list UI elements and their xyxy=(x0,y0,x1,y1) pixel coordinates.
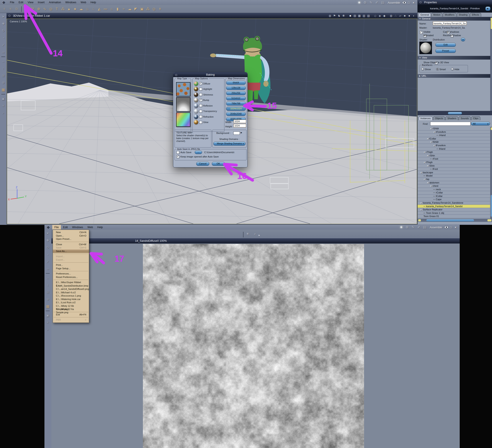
expanded-icon[interactable]: ▼ xyxy=(433,131,435,133)
select-tool-icon[interactable]: ➤ xyxy=(44,230,51,237)
translate-v-tool-icon[interactable]: ↕ xyxy=(44,281,51,289)
expanded-icon[interactable]: ▼ xyxy=(427,165,429,167)
wire-cube-icon[interactable]: ▱ xyxy=(398,13,402,19)
tab-effects[interactable]: Effects xyxy=(470,13,481,17)
expanded-icon[interactable]: ▼ xyxy=(423,162,425,164)
expanded-icon[interactable]: ▼ xyxy=(427,138,429,140)
find-input[interactable] xyxy=(430,122,471,126)
camera-tool-icon[interactable]: ▣ xyxy=(0,95,7,102)
menu-edit[interactable]: Edit xyxy=(61,225,70,229)
tree-item-lshin[interactable]: ▼lShin xyxy=(418,164,490,168)
camera-object-icon[interactable]: ▣ xyxy=(139,6,145,12)
bone-chain-icon[interactable]: ∿ xyxy=(42,6,48,12)
auto-group-icon[interactable]: AGr xyxy=(102,6,108,12)
tree-item-model[interactable]: ─Model xyxy=(418,174,490,178)
file-menu-item-e-watering-hole-car[interactable]: E:\...\Watering Hole.car xyxy=(53,298,89,301)
wrench-mode-icon[interactable]: ⚙ xyxy=(362,1,368,5)
tree-item-lshldr[interactable]: ▼lShldr xyxy=(418,140,490,144)
house-icon[interactable]: ⌂ xyxy=(108,6,114,12)
menu-view[interactable]: View xyxy=(25,0,36,5)
pan-tool-icon[interactable]: ⊕ xyxy=(0,79,7,86)
dimension-button-512x512[interactable]: 512x512 xyxy=(226,96,246,100)
eye-icon[interactable] xyxy=(402,1,406,4)
properties-titlebar[interactable]: Properties xyxy=(418,0,492,5)
window-dot-icon[interactable] xyxy=(9,15,10,17)
map-type-thumbnail-distribution[interactable] xyxy=(176,82,190,96)
shield-box-1-icon[interactable]: ◇ xyxy=(373,13,378,19)
keep-open-checkbox[interactable] xyxy=(176,155,179,158)
file-menu-item-preferences[interactable]: Preferences... xyxy=(53,272,89,276)
dimension-button-768x768[interactable]: 768x768 xyxy=(226,102,246,106)
expanded-icon[interactable]: ▼ xyxy=(420,202,422,204)
panel-splitter[interactable] xyxy=(418,111,492,115)
atom-icon[interactable]: ❋ xyxy=(341,13,346,19)
dimension-button-2048x2048[interactable]: 2048x2048 xyxy=(226,112,246,116)
tab-sounds[interactable]: Sounds xyxy=(459,116,471,120)
pan-tool-icon[interactable]: ⊕ xyxy=(44,296,51,303)
glow-checkbox[interactable] xyxy=(199,121,202,124)
render-sphere-icon[interactable]: ◍ xyxy=(328,13,332,19)
file-menu-item-new[interactable]: NewCtrl+N xyxy=(53,231,89,234)
paint-tool-icon[interactable]: ✐ xyxy=(44,258,51,265)
menu-web[interactable]: Web xyxy=(79,0,88,5)
terrain-icon[interactable]: ▲ xyxy=(66,6,72,12)
properties-scrollbar[interactable] xyxy=(490,17,492,111)
reflexion-checkbox[interactable] xyxy=(199,104,202,107)
tab-motion[interactable]: Motion xyxy=(431,13,442,17)
flag-icon[interactable]: ⚑ xyxy=(332,13,337,19)
file-menu-item-c-rococerous-1-png[interactable]: C:\...\Rococerous 1.png xyxy=(53,294,89,298)
hand-tool-icon[interactable]: ✳ xyxy=(44,319,51,326)
menu-edit[interactable]: Edit xyxy=(17,0,26,5)
tab-instances[interactable]: Instances xyxy=(419,116,433,120)
diffuse-checkbox[interactable] xyxy=(199,82,202,85)
zoom-tool-icon[interactable]: ⌕ xyxy=(0,110,7,117)
expanded-icon[interactable]: ▼ xyxy=(420,172,422,174)
tree-item-abdomen[interactable]: ▼abdomen xyxy=(418,181,490,185)
expanded-icon[interactable]: ▼ xyxy=(427,155,429,157)
cloud-icon[interactable]: ☁ xyxy=(78,6,84,12)
move-tool-icon[interactable]: ✚ xyxy=(0,20,7,27)
hand-tool-icon[interactable]: ✳ xyxy=(244,230,251,238)
shininess-checkbox[interactable] xyxy=(199,93,202,96)
tab-general[interactable]: General xyxy=(419,13,431,17)
scatter-icon[interactable]: ∴ xyxy=(90,6,96,12)
file-menu-item-save-as[interactable]: Save As... xyxy=(53,249,89,253)
dimension-button-64x64[interactable]: 64x64 xyxy=(226,81,246,85)
dimension-button-128x128[interactable]: 128x128 xyxy=(226,86,246,90)
textured-sphere-icon[interactable]: ◐ xyxy=(411,13,416,19)
tree-item-hip[interactable]: ▼hip xyxy=(418,178,490,181)
menu-animation[interactable]: Animation xyxy=(47,0,63,5)
transparency-checkbox[interactable] xyxy=(199,110,202,113)
hand-mode-icon[interactable]: ✳ xyxy=(356,1,362,5)
rotate-tool-icon[interactable]: ↻ xyxy=(0,27,7,34)
file-menu-item-close[interactable]: CloseCtrl+W xyxy=(53,243,89,246)
text-tool-icon[interactable]: T xyxy=(54,6,60,12)
dispersion-icon[interactable]: ◭ xyxy=(96,6,102,12)
translate-plane-tool-icon[interactable]: ⊞ xyxy=(44,289,51,296)
tree-item-backcape[interactable]: ▼backcape xyxy=(418,171,490,174)
workbox-tool-icon[interactable]: ▦ xyxy=(0,86,7,93)
vertex-mode-icon[interactable]: ✎ xyxy=(410,225,416,229)
vertex-mode-icon[interactable]: ✎ xyxy=(368,1,374,5)
autosave-checkbox[interactable] xyxy=(176,151,179,154)
tree-item-lforearm[interactable]: ▼lForeArm xyxy=(418,144,490,147)
tree-item-rhand[interactable]: ─rHand xyxy=(418,134,490,137)
tree-item-lfoot[interactable]: ─lFoot xyxy=(418,168,490,171)
select-tool-icon[interactable]: ➤ xyxy=(0,13,7,20)
pane-grid-icon[interactable]: ▦ xyxy=(357,13,362,19)
film-mode-icon[interactable]: ▤ xyxy=(422,225,428,229)
maximize-button[interactable]: □ xyxy=(448,226,453,229)
brush-mode-icon[interactable]: ✐ xyxy=(416,225,422,229)
camera-tool-icon[interactable]: ▣ xyxy=(44,312,51,319)
file-menu-item-page-setup[interactable]: Page Setup... xyxy=(53,267,89,270)
dimension-button-1024x1024[interactable]: 1024x1024 xyxy=(226,107,246,111)
splitter-handle[interactable] xyxy=(448,112,462,115)
fire-icon[interactable]: ♨ xyxy=(84,6,90,12)
expanded-icon[interactable]: ▼ xyxy=(423,151,425,153)
tree-item-karanta-fantasyterrain14-sandst[interactable]: ─karanta_FantasyTerrain14_Sandst xyxy=(418,205,490,208)
tree-item-surface-replicator[interactable]: ▼Surface Replicator xyxy=(418,208,490,211)
file-menu-item-e-michael-4-cr2[interactable]: E:\...\Michael 4.cr2 xyxy=(53,291,89,294)
wildlife-icon[interactable]: ♞ xyxy=(337,13,341,19)
pane-split-icon[interactable]: ▤ xyxy=(353,13,357,19)
zoom-tool-icon[interactable]: ⌕ xyxy=(252,230,258,238)
